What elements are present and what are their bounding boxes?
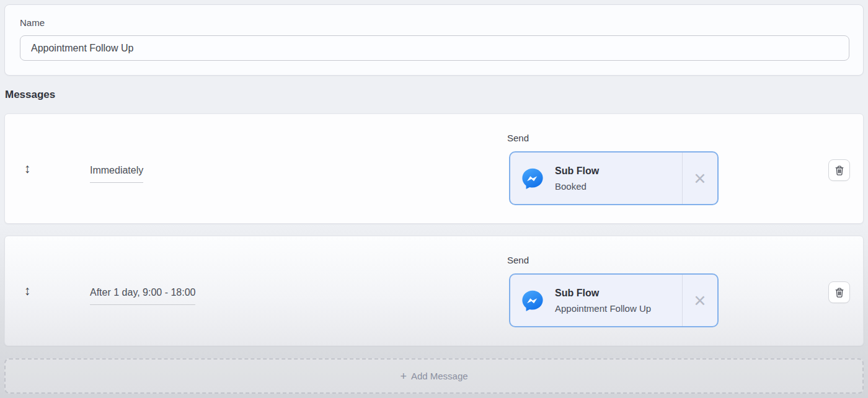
drag-handle-icon[interactable]: ↕	[20, 282, 35, 299]
delete-message-button[interactable]	[828, 281, 850, 303]
trash-icon	[835, 165, 844, 176]
name-input[interactable]	[20, 35, 849, 61]
messenger-icon	[521, 167, 544, 190]
name-card: Name	[4, 4, 864, 76]
subflow-chip-texts: Sub Flow Appointment Follow Up	[555, 288, 651, 314]
messenger-icon	[521, 289, 544, 312]
subflow-chip-body[interactable]: Sub Flow Appointment Follow Up	[510, 275, 682, 326]
plus-icon: +	[400, 371, 407, 382]
name-label: Name	[20, 17, 45, 28]
drag-handle-icon[interactable]: ↕	[20, 160, 35, 177]
subflow-chip-texts: Sub Flow Booked	[555, 166, 599, 192]
subflow-chip-title: Sub Flow	[555, 166, 599, 177]
messages-heading: Messages	[5, 89, 55, 101]
add-message-button[interactable]: + Add Message	[4, 358, 864, 394]
close-icon[interactable]: ×	[682, 275, 717, 326]
close-icon[interactable]: ×	[682, 153, 717, 204]
subflow-chip-flow-name: Appointment Follow Up	[555, 303, 651, 314]
send-label: Send	[507, 133, 529, 143]
subflow-chip[interactable]: Sub Flow Booked ×	[509, 151, 719, 205]
delete-message-button[interactable]	[828, 159, 850, 181]
add-message-label: Add Message	[411, 371, 468, 381]
subflow-chip-flow-name: Booked	[555, 181, 599, 192]
subflow-chip-title: Sub Flow	[555, 288, 651, 299]
subflow-chip[interactable]: Sub Flow Appointment Follow Up ×	[509, 273, 719, 327]
schedule-select[interactable]: After 1 day, 9:00 - 18:00	[90, 287, 195, 305]
message-row: ↕ After 1 day, 9:00 - 18:00 Send Sub Flo…	[4, 236, 864, 346]
message-row: ↕ Immediately Send Sub Flow Booked	[4, 113, 864, 224]
schedule-select[interactable]: Immediately	[90, 165, 143, 183]
subflow-chip-body[interactable]: Sub Flow Booked	[510, 153, 682, 204]
send-label: Send	[507, 255, 529, 265]
sequence-editor-page: Name Messages ↕ Immediately Send	[0, 0, 868, 398]
trash-icon	[835, 287, 844, 298]
